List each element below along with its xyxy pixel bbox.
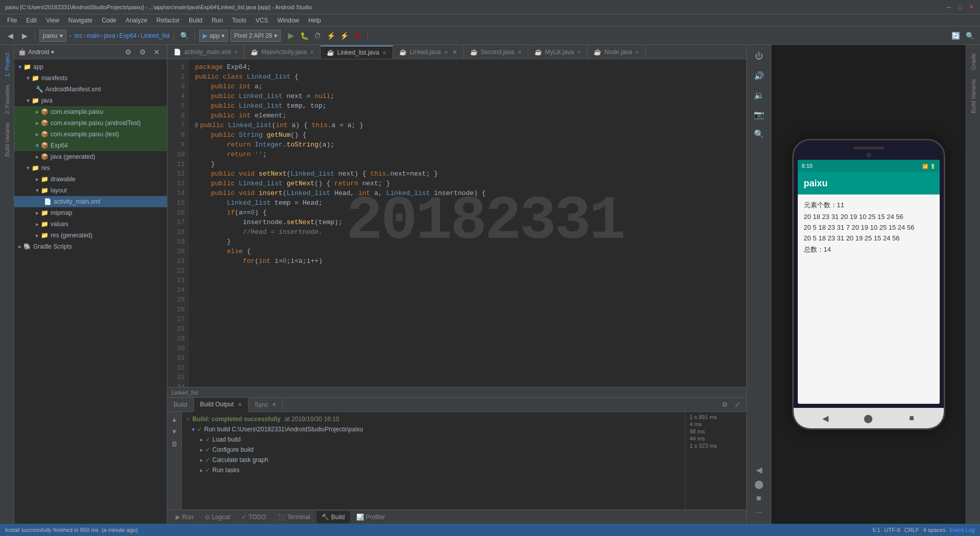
tree-item-package-test2[interactable]: ▸ 📦 com.example.paixu (test) [14,129,167,140]
menu-file[interactable]: File [3,16,21,25]
bottom-tab-run[interactable]: ▶ Run [170,511,199,523]
volume-down-button[interactable]: 🔉 [752,88,766,102]
tab-build-variants[interactable]: Build Variants [2,118,12,161]
tab-close-main[interactable]: ✕ [310,50,314,55]
tree-item-values[interactable]: ▸ 📁 values [14,218,167,230]
bottom-tab-terminal[interactable]: ⬛ Terminal [273,511,315,523]
menu-edit[interactable]: Edit [22,16,41,25]
code-editor[interactable]: 1234 5678 9101112 13141516 17181920 2122… [167,59,746,387]
project-tree[interactable]: ▾ 📁 app ▾ 📁 manifests 🔧 AndroidManifest.… [14,59,167,524]
toolbar-search-btn[interactable]: 🔍 [178,30,190,42]
build-expand-btn[interactable]: ⤢ [732,400,742,410]
tab-second[interactable]: ☕ Second.java ✕ [464,45,528,59]
tab-activity-main[interactable]: 📄 activity_main.xml ✕ [167,45,244,59]
menu-navigate[interactable]: Navigate [64,16,96,25]
tree-item-drawable[interactable]: ▸ 📁 drawable [14,174,167,185]
menu-view[interactable]: View [42,16,63,25]
menu-code[interactable]: Code [97,16,120,25]
bottom-tab-logcat[interactable]: ⊙ Logcat [200,511,235,523]
run-button[interactable]: ▶ [285,30,297,42]
tree-item-java-generated[interactable]: ▸ 📦 java (generated) [14,151,167,162]
tree-item-res-generated[interactable]: ▸ 📁 res (generated) [14,230,167,241]
minimize-button[interactable]: ─ [945,4,952,11]
menu-build[interactable]: Build [185,16,207,25]
menu-analyze[interactable]: Analyze [121,16,152,25]
search-everywhere-btn[interactable]: 🔍 [964,30,976,42]
menu-window[interactable]: Window [273,16,303,25]
home-nav-button[interactable]: ⬤ [752,477,766,491]
profile-button[interactable]: ⏱ [311,30,324,42]
menu-tools[interactable]: Tools [228,16,251,25]
volume-up-button[interactable]: 🔊 [752,68,766,83]
tree-item-manifests[interactable]: ▾ 📁 manifests [14,72,167,84]
more-button[interactable]: ··· [752,505,766,520]
menu-refactor[interactable]: Refactor [153,16,184,25]
tab-close-mylik[interactable]: ✕ [577,50,581,55]
phone-home-btn[interactable]: ⬤ [862,412,874,424]
maximize-button[interactable]: □ [957,4,964,11]
build-variants-tab[interactable]: Build Variants [968,75,978,117]
project-selector[interactable]: paixu ▾ [39,30,66,42]
phone-back-btn[interactable]: ◀ [819,412,831,424]
recents-nav-button[interactable]: ■ [752,491,766,505]
tree-item-layout[interactable]: ▾ 📁 layout [14,185,167,196]
toolbar-back-btn[interactable]: ◀ [4,30,16,42]
tab-mylik[interactable]: ☕ MyLik.java ✕ [528,45,588,59]
menu-help[interactable]: Help [304,16,325,25]
code-content[interactable]: package Exp64; public class Linked_list … [189,59,746,387]
tab-close-linked[interactable]: ✕ [382,50,386,56]
apply-changes-button[interactable]: ⚡ [325,30,337,42]
tab-close-linked2[interactable]: ✕ [444,50,448,55]
tree-item-gradle-scripts[interactable]: ▸ 🐘 Gradle Scripts [14,241,167,252]
tree-item-androidmanifest[interactable]: 🔧 AndroidManifest.xml [14,84,167,95]
zoom-button[interactable]: 🔍 [752,127,766,141]
power-button[interactable]: ⏻ [752,49,766,63]
apply-code-button[interactable]: ⚡ [338,30,350,42]
sidebar-sync-btn[interactable]: ⚙ [122,46,134,58]
tree-item-activity-xml[interactable]: 📄 activity_main.xml [14,196,167,207]
menu-run[interactable]: Run [208,16,227,25]
build-tab-output[interactable]: Build Output ✕ [194,398,249,412]
tree-item-res[interactable]: ▾ 📁 res [14,162,167,174]
sidebar-close-btn[interactable]: ✕ [151,46,163,58]
app-status-bar: 8:10 📶 🔋 [798,160,940,172]
bottom-tab-profiler[interactable]: 📊 Profiler [351,511,390,523]
gradle-tab[interactable]: Gradle [968,49,978,74]
build-tab-sync[interactable]: Sync ✕ [249,398,283,412]
build-up-btn[interactable]: ▲ [169,414,180,424]
bottom-tab-todo[interactable]: ✓ TODO [236,511,271,523]
tree-item-app[interactable]: ▾ 📁 app [14,61,167,72]
phone-recents-btn[interactable]: ■ [905,412,918,424]
bottom-tab-build[interactable]: 🔨 Build [316,511,350,523]
tab-node[interactable]: ☕ Node.java ✕ [587,45,646,59]
sync-button[interactable]: 🔄 [949,30,962,42]
build-down-btn[interactable]: ▼ [169,426,180,436]
camera-button[interactable]: 📷 [752,107,766,121]
tree-item-mipmap[interactable]: ▸ 📁 mipmap [14,207,167,218]
run-config-selector[interactable]: ▶ app ▾ [199,30,228,42]
tab-close-activity[interactable]: ✕ [234,50,238,55]
tree-item-package-main[interactable]: ▸ 📦 com.example.paixu [14,106,167,117]
build-settings-btn[interactable]: ⚙ [720,400,730,410]
phone-screen[interactable]: 8:10 📶 🔋 paixu 元素个数：11 20 18 23 31 20 19… [798,160,940,404]
tree-item-package-test[interactable]: ▸ 📦 com.example.paixu (androidTest) [14,117,167,129]
sidebar-settings-btn[interactable]: ⚙ [136,46,149,58]
build-clear-btn[interactable]: 🗑 [169,438,180,449]
back-nav-button[interactable]: ◀ [752,462,766,477]
tab-linked-list[interactable]: ☕ Linked_list.java ✕ [321,45,393,59]
debug-button[interactable]: 🐛 [298,30,310,42]
tab-linked[interactable]: ☕ Linked.java ✕ ✕ [393,45,464,59]
toolbar-forward-btn[interactable]: ▶ [18,30,31,42]
build-tab-build[interactable]: Build [167,398,194,412]
tab-close-second[interactable]: ✕ [518,50,522,55]
menu-vcs[interactable]: VCS [252,16,273,25]
device-selector[interactable]: Pixel 2 API 28 ▾ [230,30,281,42]
tree-item-exp64[interactable]: ▾ 📦 Exp64 [14,140,167,151]
tab-mainactivity[interactable]: ☕ MainActivity.java ✕ [244,45,320,59]
tree-item-java[interactable]: ▾ 📁 java [14,95,167,106]
stop-button[interactable]: ■ [351,30,363,42]
close-button[interactable]: ✕ [968,4,975,11]
tab-project[interactable]: 1: Project [2,49,12,81]
tab-close-node[interactable]: ✕ [635,50,639,55]
tab-favorites[interactable]: 2: Favorites [2,81,12,118]
